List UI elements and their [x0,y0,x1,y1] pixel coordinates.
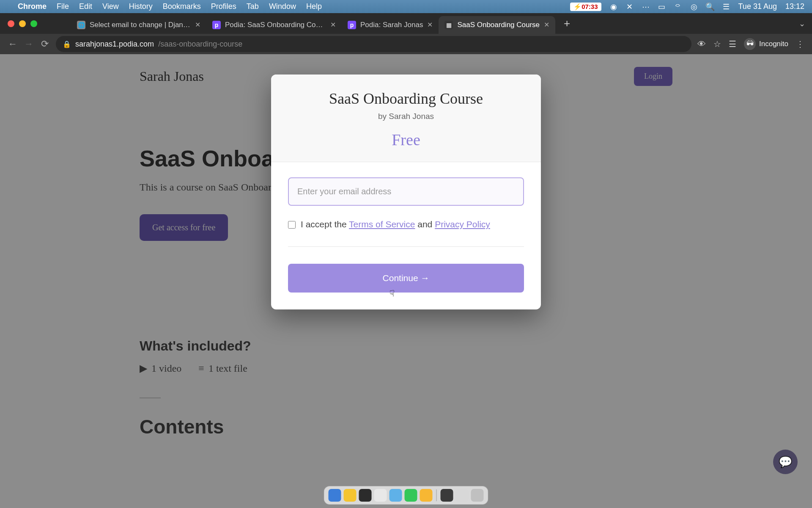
chat-widget-button[interactable]: 💬 [773,450,798,474]
notification-center-icon[interactable]: ☰ [722,3,730,11]
menu-tab[interactable]: Tab [247,2,259,11]
accept-terms-checkbox[interactable] [288,221,296,229]
dock-quicktime-icon[interactable] [390,489,402,502]
lock-icon[interactable]: 🔒 [63,40,71,48]
tab-title: Podia: SaaS Onboarding Course [225,21,326,29]
tab-close-icon[interactable]: ✕ [330,21,336,29]
window-controls [8,20,37,27]
control-center-icon[interactable]: ◎ [690,3,698,11]
address-input[interactable]: 🔒 sarahjonas1.podia.com/saas-onboarding-… [56,36,691,52]
modal-header: SaaS Onboarding Course by Sarah Jonas Fr… [271,75,541,162]
dock-trash-icon[interactable] [471,489,484,502]
tab-saas-onboarding[interactable]: ▦ SaaS Onboarding Course ✕ [439,16,555,34]
close-window-button[interactable] [8,20,14,27]
dock-app-1-icon[interactable] [405,489,417,502]
reload-button[interactable]: ⟳ [40,39,50,50]
tab-close-icon[interactable]: ✕ [427,21,433,29]
maximize-window-button[interactable] [30,20,37,27]
tab-title: SaaS Onboarding Course [457,21,540,29]
menu-help[interactable]: Help [306,2,322,11]
dock-folder-1-icon[interactable] [441,489,453,502]
modal-body: I accept the Terms of Service and Privac… [271,162,541,309]
accept-mid: and [415,219,435,229]
tab-podia-sarah[interactable]: p Podia: Sarah Jonas ✕ [342,16,439,34]
accept-prefix: I accept the [301,219,349,229]
email-input[interactable] [288,177,524,206]
spotlight-icon[interactable]: 🔍 [706,3,714,11]
url-path: /saas-onboarding-course [158,40,242,49]
tab-search-icon[interactable]: ⌄ [799,19,805,28]
tab-django-admin[interactable]: 🌐 Select email to change | Django ✕ [71,16,206,34]
tab-title: Podia: Sarah Jonas [360,21,423,29]
favicon-icon: 🌐 [77,21,85,29]
menu-window[interactable]: Window [269,2,296,11]
tab-title: Select email to change | Django [90,21,191,29]
status-icon-3[interactable]: ⋯ [642,3,650,11]
accept-terms-label: I accept the Terms of Service and Privac… [301,219,490,229]
modal-author: by Sarah Jonas [271,112,541,121]
menu-file[interactable]: File [57,2,69,11]
tab-podia-course[interactable]: p Podia: SaaS Onboarding Course ✕ [206,16,342,34]
modal-title: SaaS Onboarding Course [271,90,541,108]
macos-dock [324,486,488,505]
menubar-date[interactable]: Tue 31 Aug [738,2,777,11]
forward-button[interactable]: → [24,39,34,50]
browser-addressbar: ← → ⟳ 🔒 sarahjonas1.podia.com/saas-onboa… [0,34,812,54]
signup-modal: SaaS Onboarding Course by Sarah Jonas Fr… [271,75,541,309]
dock-chrome-icon[interactable] [344,489,357,502]
dock-app-2-icon[interactable] [420,489,433,502]
reading-list-icon[interactable]: ☰ [729,39,736,49]
privacy-policy-link[interactable]: Privacy Policy [435,219,490,229]
menu-history[interactable]: History [129,2,153,11]
menu-view[interactable]: View [102,2,119,11]
status-icon-1[interactable]: ◉ [610,3,617,11]
new-tab-button[interactable]: + [559,14,575,33]
bookmark-icon[interactable]: ☆ [713,39,721,49]
terms-of-service-link[interactable]: Terms of Service [349,219,415,229]
dock-folder-2-icon[interactable] [456,489,469,502]
menu-profiles[interactable]: Profiles [211,2,236,11]
browser-tabbar: 🌐 Select email to change | Django ✕ p Po… [0,13,812,34]
battery-status[interactable]: ⚡07:33 [570,3,601,11]
menubar-clock[interactable]: 13:12 [785,2,804,11]
tab-close-icon[interactable]: ✕ [195,21,200,29]
tab-close-icon[interactable]: ✕ [544,21,549,29]
url-domain: sarahjonas1.podia.com [75,40,154,49]
page-viewport: Sarah Jonas Login SaaS Onboarding Course… [0,54,812,508]
dock-separator [436,489,437,501]
minimize-window-button[interactable] [19,20,26,27]
modal-divider [288,246,524,247]
eye-off-icon[interactable]: 👁 [697,39,706,49]
dock-terminal-icon[interactable] [359,489,372,502]
back-button[interactable]: ← [8,39,18,50]
favicon-icon: p [212,21,221,29]
battery-icon[interactable]: ▭ [658,3,666,11]
menu-bookmarks[interactable]: Bookmarks [163,2,201,11]
app-name[interactable]: Chrome [18,2,47,11]
modal-price: Free [271,130,541,149]
incognito-icon: 🕶 [744,38,756,50]
favicon-icon: p [348,21,356,29]
menu-edit[interactable]: Edit [79,2,92,11]
chrome-menu-icon[interactable]: ⋮ [796,39,804,49]
dock-finder-icon[interactable] [329,489,341,502]
favicon-icon: ▦ [444,21,453,29]
incognito-badge[interactable]: 🕶 Incognito [744,38,788,50]
continue-button[interactable]: Continue → [288,264,524,293]
incognito-label: Incognito [759,40,788,48]
dock-notes-icon[interactable] [374,489,387,502]
status-icon-2[interactable]: ✕ [626,3,634,11]
wifi-icon[interactable]: ⌔ [674,3,682,11]
macos-menubar: Chrome File Edit View History Bookmarks … [0,0,812,13]
